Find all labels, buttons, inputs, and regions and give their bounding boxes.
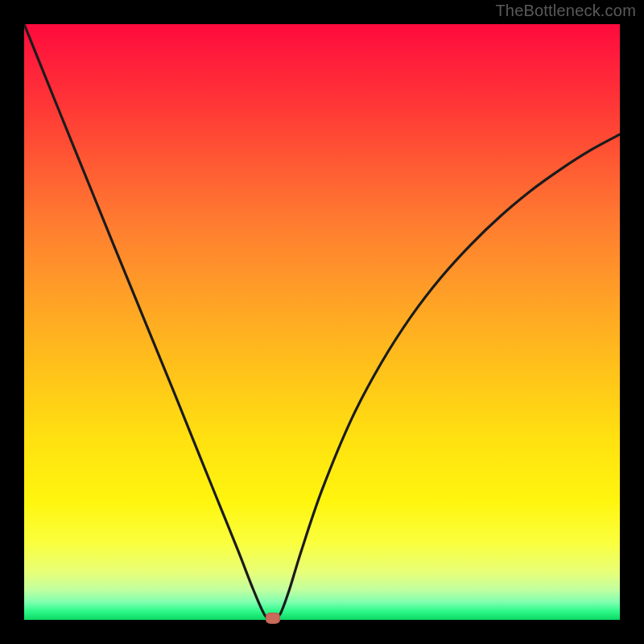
curve-line [24,24,620,620]
bottleneck-curve [24,24,620,620]
optimal-balance-marker [266,613,280,624]
watermark-text: TheBottleneck.com [495,2,636,20]
plot-area [24,24,620,620]
chart-frame: TheBottleneck.com [0,0,644,644]
